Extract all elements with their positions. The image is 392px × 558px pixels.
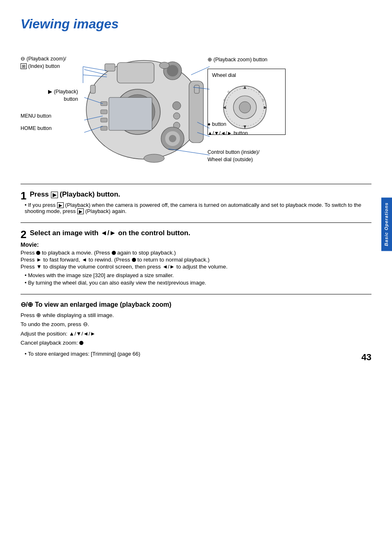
svg-text:0: 0 [228, 90, 230, 94]
step-2: 2 Select an image with ◄/► on the contro… [21, 229, 371, 286]
svg-rect-1 [117, 63, 154, 83]
label-playback-btn: ▶ (Playback) button [21, 88, 78, 103]
movie-note-2: • By turning the wheel dial, you can als… [21, 280, 371, 286]
movie-line-1: Press to playback a movie. (Press again … [21, 250, 371, 256]
step-1: 1 Press ▶ (Playback) button. If you pres… [21, 190, 371, 214]
label-arrow-text: ▲/▼/◄/► button [208, 130, 248, 136]
svg-text:0: 0 [262, 98, 264, 102]
svg-rect-22 [90, 85, 95, 93]
svg-point-24 [144, 154, 164, 162]
sub-section-zoom: ⊖/⊕ To view an enlarged image (playback … [21, 301, 371, 359]
label-control-text2: Wheel dial (outside) [208, 156, 259, 164]
page-container: Viewing images [0, 0, 392, 375]
step-2-number: 2 [21, 229, 26, 240]
svg-point-40 [239, 102, 251, 113]
label-control-text1: Control button (inside)/ [208, 149, 259, 156]
svg-rect-6 [105, 64, 115, 71]
side-tab: Basic Operations [381, 197, 392, 251]
step-1-header: 1 Press ▶ (Playback) button. [21, 190, 371, 199]
sub-section-title: ⊖/⊕ To view an enlarged image (playback … [21, 301, 371, 308]
label-control-btn: Control button (inside)/ Wheel dial (out… [208, 149, 259, 163]
svg-point-11 [173, 102, 181, 110]
label-menu-btn: MENU button [21, 113, 51, 119]
label-bullet-icon: ● button [208, 121, 226, 127]
svg-rect-21 [101, 126, 107, 130]
movie-label: Movie: [21, 241, 371, 248]
svg-rect-14 [109, 97, 152, 130]
movie-section: Movie: Press to playback a movie. (Press… [21, 241, 371, 286]
sub-line-4: Cancel playback zoom: [21, 338, 371, 347]
divider-3 [21, 294, 371, 294]
label-index-text: ⊞ (Index) button [21, 63, 66, 70]
sub-line-2: To undo the zoom, press ⊖. [21, 320, 371, 329]
label-arrow-btn: ▲/▼/◄/► button [208, 130, 248, 136]
movie-line-3: Press ▼ to display the volume control sc… [21, 264, 371, 270]
label-playback-word: button [21, 96, 78, 103]
label-zoom-out-text: ⊖ (Playback zoom)/ [21, 56, 66, 63]
divider-1 [21, 184, 371, 184]
svg-point-9 [159, 62, 169, 69]
diagram-section: ⊖ (Playback zoom)/ ⊞ (Index) button ▶ (P… [21, 44, 371, 176]
step-2-header: 2 Select an image with ◄/► on the contro… [21, 229, 371, 237]
step-1-title: Press ▶ (Playback) button. [30, 189, 120, 198]
svg-rect-20 [101, 118, 107, 122]
label-zoomin-text: ⊕ (Playback zoom) button [208, 57, 267, 63]
svg-rect-23 [194, 85, 199, 93]
svg-point-12 [173, 113, 180, 119]
svg-text:0: 0 [258, 90, 261, 94]
movie-line-2: Press ► to fast forward, ◄ to rewind. (P… [21, 257, 371, 263]
step-1-number: 1 [21, 190, 26, 201]
label-menu-text: MENU button [21, 113, 51, 119]
page-title: Viewing images [21, 16, 371, 32]
step-1-note: If you press ▶ (Playback) when the camer… [21, 202, 371, 214]
step-1-body: If you press ▶ (Playback) when the camer… [21, 202, 371, 214]
sub-line-3: Adjust the position: ▲/▼/◄/► [21, 329, 371, 338]
label-bullet-btn: ● button [208, 121, 226, 127]
label-zoom-playback: ⊖ (Playback zoom)/ ⊞ (Index) button [21, 56, 66, 70]
wheel-dial-title: Wheel dial [212, 72, 281, 78]
label-zoomin-btn: ⊕ (Playback zoom) button [208, 56, 267, 63]
svg-text:0: 0 [224, 98, 226, 102]
sub-section-body: Press ⊕ while displaying a still image. … [21, 311, 371, 359]
svg-rect-18 [101, 102, 107, 106]
sub-note-1: • To store enlarged images: [Trimming] (… [21, 350, 371, 358]
svg-line-33 [168, 149, 210, 155]
svg-line-29 [191, 67, 210, 75]
svg-point-17 [169, 135, 176, 142]
label-home-btn: HOME button [21, 125, 52, 131]
page-number: 43 [362, 352, 371, 363]
divider-2 [21, 222, 371, 223]
sub-line-1: Press ⊕ while displaying a still image. [21, 311, 371, 320]
label-home-text: HOME button [21, 125, 52, 131]
step-2-body: Movie: Press to playback a movie. (Press… [21, 241, 371, 286]
camera-diagram: ⊖ (Playback zoom)/ ⊞ (Index) button ▶ (P… [21, 44, 275, 171]
movie-note-1: • Movies with the image size [320] are d… [21, 272, 371, 278]
label-playback-icon: ▶ (Playback) [21, 88, 78, 96]
step-2-title: Select an image with ◄/► on the control … [30, 227, 190, 237]
svg-rect-19 [101, 110, 107, 114]
